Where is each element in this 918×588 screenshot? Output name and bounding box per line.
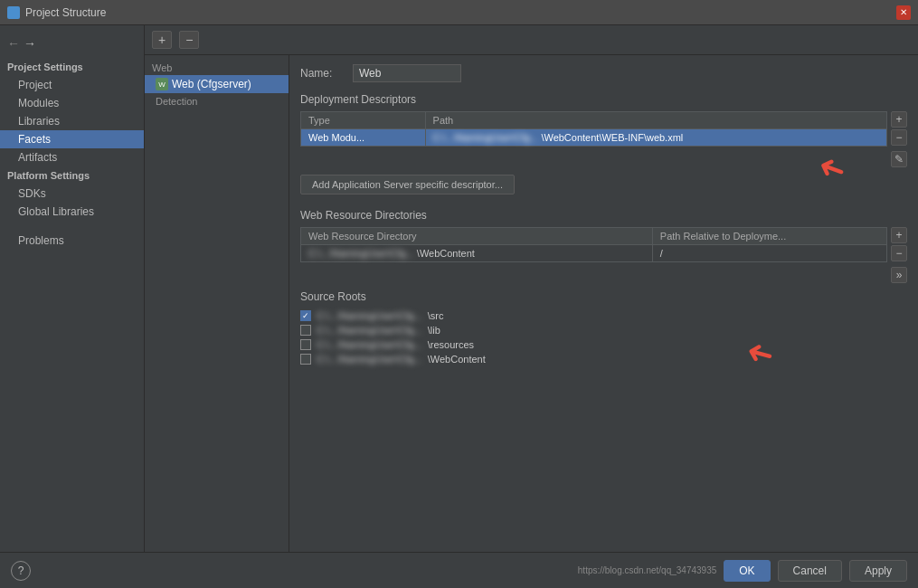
- src-path-blurred-1: C:\...\NamingUser\Cfg...: [317, 325, 422, 336]
- src-path-end-2: \resources: [428, 339, 474, 350]
- add-descriptor-btn[interactable]: +: [891, 111, 907, 128]
- row-web-dir: C:\...\NamingUser\Cfg... \WebContent: [301, 245, 653, 262]
- app-icon: [7, 6, 20, 19]
- url-label: https://blog.csdn.net/qq_34743935: [578, 565, 716, 575]
- name-input[interactable]: [353, 64, 461, 82]
- deployment-descriptors-title: Deployment Descriptors: [300, 93, 907, 106]
- source-root-checkbox-1[interactable]: [300, 325, 311, 336]
- bottom-right: https://blog.csdn.net/qq_34743935 OK Can…: [578, 560, 907, 582]
- name-field-row: Name:: [300, 64, 907, 82]
- src-path-blurred-2: C:\...\NamingUser\Cfg...: [317, 339, 422, 350]
- web-resource-dir-wrapper: Web Resource Directory Path Relative to …: [300, 227, 907, 283]
- sidebar-item-modules[interactable]: Modules: [0, 94, 144, 112]
- window-title: Project Structure: [25, 6, 106, 19]
- main-layout: ← → Project Settings Project Modules Lib…: [0, 25, 918, 552]
- src-path-blurred-3: C:\...\NamingUser\Cfg...: [317, 354, 422, 365]
- sidebar-item-artifacts[interactable]: Artifacts: [0, 148, 144, 166]
- sidebar-item-global-libraries[interactable]: Global Libraries: [0, 203, 144, 221]
- apply-button[interactable]: Apply: [849, 560, 907, 582]
- remove-web-dir-btn[interactable]: −: [891, 245, 907, 261]
- source-root-item-2: C:\...\NamingUser\Cfg... \resources: [300, 337, 907, 352]
- table-row[interactable]: C:\...\NamingUser\Cfg... \WebContent /: [301, 245, 887, 262]
- web-resource-dir-title: Web Resource Directories: [300, 209, 907, 222]
- row-type: Web Modu...: [301, 129, 426, 147]
- deployment-descriptors-table: Type Path Web Modu... C:\...\NamingUser\…: [300, 111, 887, 147]
- source-roots-list: ✓ C:\...\NamingUser\Cfg... \src C:\...\N…: [300, 308, 907, 366]
- col-type: Type: [301, 112, 426, 129]
- close-button[interactable]: ✕: [896, 5, 911, 20]
- sidebar: ← → Project Settings Project Modules Lib…: [0, 25, 145, 552]
- sidebar-item-facets[interactable]: Facets: [0, 130, 144, 148]
- edit-descriptor-btn[interactable]: ✎: [891, 151, 907, 167]
- source-root-checkbox-2[interactable]: [300, 339, 311, 350]
- expand-web-dir-btn[interactable]: »: [891, 267, 907, 283]
- add-facet-button[interactable]: +: [152, 31, 172, 49]
- cancel-button[interactable]: Cancel: [778, 560, 842, 582]
- add-descriptor-server-btn[interactable]: Add Application Server specific descript…: [300, 175, 515, 194]
- col-path: Path: [425, 112, 886, 129]
- web-dir-table-actions: + − »: [891, 227, 907, 283]
- path-blurred: C:\...\NamingUser\Cfg...: [433, 132, 539, 143]
- remove-descriptor-btn[interactable]: −: [891, 129, 907, 146]
- add-web-dir-btn[interactable]: +: [891, 227, 907, 243]
- sidebar-nav: ← →: [0, 33, 144, 58]
- tree-item-label: Web (Cfgserver): [172, 78, 251, 90]
- col-web-dir: Web Resource Directory: [301, 228, 653, 245]
- platform-settings-title: Platform Settings: [0, 166, 144, 185]
- title-bar: Project Structure ✕: [0, 0, 918, 25]
- project-settings-title: Project Settings: [0, 58, 144, 76]
- source-root-item-3: C:\...\NamingUser\Cfg... \WebContent: [300, 352, 907, 366]
- facet-detail-panel: Name: Deployment Descriptors Type Path: [289, 55, 918, 552]
- content-toolbar: + −: [145, 25, 918, 55]
- web-facet-icon: W: [156, 78, 168, 90]
- ok-button[interactable]: OK: [724, 560, 770, 582]
- nav-forward-button[interactable]: →: [24, 36, 36, 51]
- facet-tree: Web W Web (Cfgserver) Detection: [145, 55, 289, 552]
- source-root-item-1: C:\...\NamingUser\Cfg... \lib: [300, 323, 907, 337]
- source-roots-title: Source Roots: [300, 290, 907, 303]
- path-end: \WebContent\WEB-INF\web.xml: [541, 132, 683, 143]
- sidebar-item-sdks[interactable]: SDKs: [0, 185, 144, 203]
- tree-group-label: Web: [145, 61, 289, 75]
- table-row[interactable]: Web Modu... C:\...\NamingUser\Cfg... \We…: [301, 129, 887, 147]
- dir-end: \WebContent: [417, 248, 475, 259]
- src-path-end-1: \lib: [428, 325, 440, 336]
- sidebar-item-problems[interactable]: Problems: [0, 232, 144, 250]
- bottom-left: ?: [11, 561, 31, 581]
- help-button[interactable]: ?: [11, 561, 31, 581]
- dir-blurred: C:\...\NamingUser\Cfg...: [308, 248, 414, 259]
- tree-item-web-cfgserver[interactable]: W Web (Cfgserver): [145, 75, 289, 93]
- row-rel-path: /: [652, 245, 886, 262]
- name-label: Name:: [300, 67, 345, 80]
- src-path-blurred-0: C:\...\NamingUser\Cfg...: [317, 310, 422, 321]
- src-path-end-0: \src: [428, 310, 444, 321]
- source-root-item-0: ✓ C:\...\NamingUser\Cfg... \src: [300, 308, 907, 323]
- detection-label: Detection: [145, 93, 289, 109]
- web-resource-dir-table: Web Resource Directory Path Relative to …: [300, 227, 887, 262]
- source-root-checkbox-3[interactable]: [300, 354, 311, 365]
- content-area: + − Web W Web (Cfgserver) Detection Name…: [145, 25, 918, 552]
- sidebar-item-project[interactable]: Project: [0, 76, 144, 94]
- bottom-bar: ? https://blog.csdn.net/qq_34743935 OK C…: [0, 552, 918, 588]
- sidebar-item-libraries[interactable]: Libraries: [0, 112, 144, 130]
- deployment-table-actions: + − ✎: [891, 111, 907, 167]
- nav-back-button[interactable]: ←: [7, 36, 20, 51]
- deployment-descriptors-wrapper: Type Path Web Modu... C:\...\NamingUser\…: [300, 111, 907, 167]
- tree-content-split: Web W Web (Cfgserver) Detection Name: De…: [145, 55, 918, 552]
- row-path: C:\...\NamingUser\Cfg... \WebContent\WEB…: [425, 129, 886, 147]
- src-path-end-3: \WebContent: [428, 354, 486, 365]
- source-root-checkbox-0[interactable]: ✓: [300, 310, 311, 321]
- col-rel-path: Path Relative to Deployme...: [652, 228, 886, 245]
- remove-facet-button[interactable]: −: [179, 31, 199, 49]
